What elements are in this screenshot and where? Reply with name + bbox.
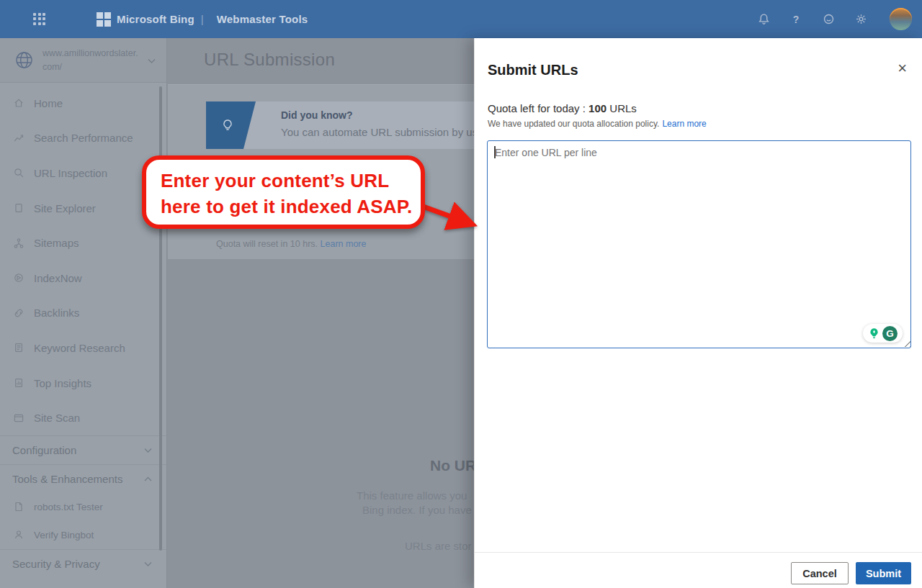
sidebar-item-backlinks[interactable]: Backlinks bbox=[0, 296, 166, 331]
footer-divider bbox=[475, 552, 922, 553]
header-actions: ? bbox=[757, 8, 912, 30]
app-name: Webmaster Tools bbox=[217, 13, 308, 25]
sidebar-item-verify-bingbot[interactable]: Verify Bingbot bbox=[0, 521, 166, 549]
site-url: www.amillionwordslater.com/ bbox=[42, 47, 142, 74]
submit-button[interactable]: Submit bbox=[856, 562, 911, 584]
chevron-down-icon bbox=[144, 557, 152, 570]
browser-window-icon bbox=[13, 412, 24, 424]
sidebar-section-security-privacy[interactable]: Security & Privacy bbox=[0, 549, 166, 578]
waffle-menu-icon[interactable] bbox=[33, 13, 46, 26]
sidebar-item-home[interactable]: Home bbox=[0, 86, 166, 121]
page-chart-icon bbox=[13, 377, 24, 389]
chevron-up-icon bbox=[144, 472, 152, 485]
quota-learn-more-link[interactable]: Learn more bbox=[321, 239, 367, 249]
chart-line-icon bbox=[13, 132, 24, 144]
banner-text: You can automate URL submission by using bbox=[281, 126, 492, 138]
sitemap-tree-icon bbox=[13, 238, 24, 249]
submit-urls-panel: Submit URLs × Quota left for today : 100… bbox=[474, 38, 922, 588]
top-header: Microsoft Bing | Webmaster Tools ? bbox=[0, 0, 922, 38]
empty-state-heading: No UR bbox=[430, 457, 476, 474]
quota-unit: URLs bbox=[609, 102, 637, 114]
brand-name: Microsoft Bing bbox=[117, 13, 194, 25]
chevron-down-icon bbox=[144, 443, 152, 456]
home-icon bbox=[13, 97, 24, 109]
grammarly-logo-icon[interactable]: G bbox=[882, 326, 898, 341]
empty-state-line3: URLs are stor bbox=[405, 540, 472, 552]
brand-separator: | bbox=[201, 13, 204, 25]
indexnow-icon bbox=[13, 272, 24, 284]
quota-reset-text: Quota will reset in 10 hrs. bbox=[216, 239, 318, 249]
grammarly-bulb-icon[interactable] bbox=[868, 327, 880, 340]
sidebar-item-indexnow[interactable]: IndexNow bbox=[0, 261, 166, 296]
empty-state-line2: Bing index. If you have bbox=[362, 504, 472, 516]
close-icon[interactable]: × bbox=[898, 60, 907, 76]
lightbulb-badge bbox=[206, 101, 256, 149]
policy-learn-more-link[interactable]: Learn more bbox=[662, 119, 706, 129]
sidebar-item-search-performance[interactable]: Search Performance bbox=[0, 121, 166, 156]
sidebar: www.amillionwordslater.com/ Home Search … bbox=[0, 38, 167, 588]
url-input-textarea[interactable] bbox=[487, 140, 911, 348]
sidebar-item-keyword-research[interactable]: Keyword Research bbox=[0, 330, 166, 366]
globe-icon bbox=[14, 50, 34, 70]
empty-state-line1: This feature allows you bbox=[357, 489, 467, 502]
sidebar-item-top-insights[interactable]: Top Insights bbox=[0, 366, 166, 401]
document-icon bbox=[13, 202, 24, 214]
chevron-down-icon bbox=[148, 54, 156, 67]
help-icon[interactable]: ? bbox=[789, 13, 802, 26]
bot-icon bbox=[13, 529, 24, 540]
sidebar-nav: Home Search Performance URL Inspection S… bbox=[0, 83, 166, 435]
sidebar-item-site-scan[interactable]: Site Scan bbox=[0, 400, 166, 435]
microsoft-logo-icon bbox=[97, 12, 110, 26]
site-picker[interactable]: www.amillionwordslater.com/ bbox=[0, 38, 166, 83]
page-title: URL Submission bbox=[204, 50, 335, 70]
panel-title: Submit URLs bbox=[488, 62, 578, 78]
user-avatar[interactable] bbox=[890, 8, 912, 30]
cancel-button[interactable]: Cancel bbox=[791, 562, 849, 584]
annotation-line2: here to get it indexed ASAP. bbox=[161, 194, 421, 220]
link-icon bbox=[13, 307, 24, 319]
quota-value: 100 bbox=[588, 102, 607, 114]
feedback-icon[interactable] bbox=[822, 13, 835, 26]
annotation-callout: Enter your content’s URL here to get it … bbox=[142, 155, 425, 229]
policy-text: We have updated our quota allocation pol… bbox=[488, 119, 659, 129]
page-lines-icon bbox=[13, 342, 24, 353]
file-icon bbox=[13, 501, 24, 512]
sidebar-item-robots-txt-tester[interactable]: robots.txt Tester bbox=[0, 493, 166, 521]
magnifier-icon bbox=[13, 167, 24, 178]
settings-gear-icon[interactable] bbox=[854, 13, 867, 26]
annotation-line1: Enter your content’s URL bbox=[161, 168, 421, 194]
quota-label: Quota left for today : bbox=[488, 102, 586, 114]
sidebar-section-configuration[interactable]: Configuration bbox=[0, 435, 166, 464]
sidebar-section-tools-enhancements[interactable]: Tools & Enhancements bbox=[0, 464, 166, 493]
notifications-bell-icon[interactable] bbox=[757, 13, 770, 26]
sidebar-item-sitemaps[interactable]: Sitemaps bbox=[0, 225, 166, 261]
text-cursor bbox=[494, 146, 496, 158]
grammarly-widget[interactable]: G bbox=[863, 324, 903, 343]
banner-title: Did you know? bbox=[281, 109, 492, 121]
lightbulb-icon bbox=[221, 119, 234, 132]
